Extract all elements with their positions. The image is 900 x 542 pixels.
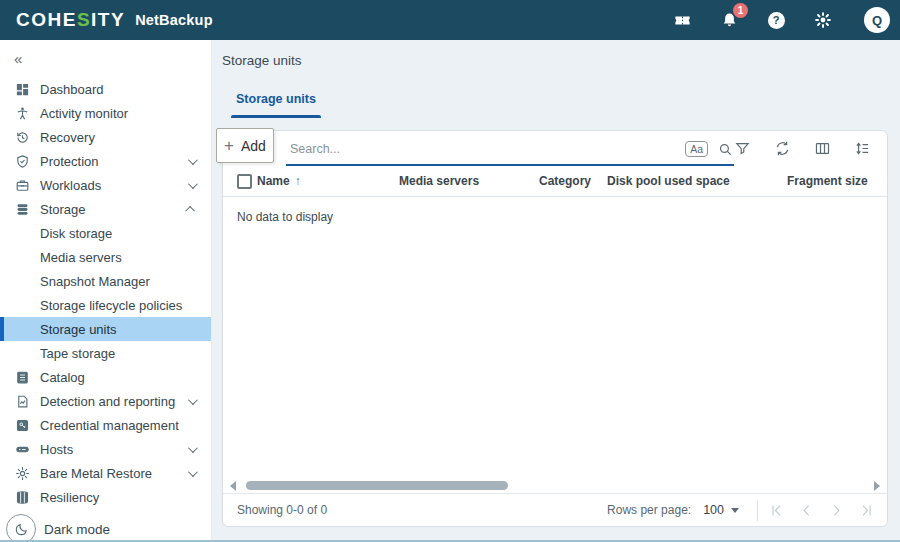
user-avatar[interactable]: Q <box>864 7 890 33</box>
empty-table-message: No data to display <box>223 197 887 224</box>
sidebar-item-snapshot-manager[interactable]: Snapshot Manager <box>0 269 211 293</box>
sidebar-item-activity-monitor[interactable]: Activity monitor <box>0 101 211 125</box>
sidebar-item-label: Protection <box>40 154 99 169</box>
columns-icon[interactable] <box>814 140 831 157</box>
last-page-button[interactable] <box>858 502 875 519</box>
sidebar-navigation: « Dashboard Activity monitor Recovery Pr… <box>0 40 212 540</box>
column-header-name[interactable]: Name ↑ <box>257 174 399 188</box>
chevron-up-icon <box>185 205 195 215</box>
sort-ascending-icon: ↑ <box>295 174 301 188</box>
column-label: Category <box>539 174 591 188</box>
row-density-icon[interactable] <box>854 140 871 157</box>
tab-label: Storage units <box>222 92 330 106</box>
notification-count-badge: 1 <box>733 3 748 18</box>
resiliency-icon <box>14 489 30 505</box>
brand-text: COHE <box>16 9 77 31</box>
product-name: NetBackup <box>135 12 213 28</box>
license-ticket-icon[interactable] <box>672 10 692 30</box>
sidebar-item-label: Catalog <box>40 370 85 385</box>
help-icon[interactable]: ? <box>766 10 786 30</box>
sidebar-item-resiliency[interactable]: Resiliency <box>0 485 211 509</box>
cohesity-logo: COHESITY <box>16 9 125 31</box>
search-input[interactable] <box>286 142 685 156</box>
next-page-button[interactable] <box>828 502 845 519</box>
tab-bar: Storage units <box>222 92 900 118</box>
add-button-label: Add <box>241 138 266 154</box>
sidebar-item-label: Recovery <box>40 130 95 145</box>
hosts-server-icon <box>14 441 30 457</box>
dark-mode-toggle[interactable]: Dark mode <box>0 509 211 542</box>
sidebar-item-recovery[interactable]: Recovery <box>0 125 211 149</box>
table-empty-area <box>223 224 887 478</box>
page-title: Storage units <box>222 53 900 68</box>
scrollbar-track[interactable] <box>241 481 869 490</box>
sidebar-item-dashboard[interactable]: Dashboard <box>0 77 211 101</box>
protection-shield-icon <box>14 153 30 169</box>
scroll-left-arrow-icon[interactable] <box>230 481 236 491</box>
sidebar-item-protection[interactable]: Protection <box>0 149 211 173</box>
sidebar-item-storage-lifecycle-policies[interactable]: Storage lifecycle policies <box>0 293 211 317</box>
sidebar-item-label: Storage <box>40 202 86 217</box>
chevron-down-icon <box>188 443 198 453</box>
column-header-category[interactable]: Category <box>539 174 607 188</box>
sidebar-item-disk-storage[interactable]: Disk storage <box>0 221 211 245</box>
select-all-checkbox[interactable] <box>237 174 252 189</box>
add-button[interactable]: + Add <box>216 128 274 163</box>
scroll-right-arrow-icon[interactable] <box>874 481 880 491</box>
sidebar-item-storage-units[interactable]: Storage units <box>0 317 211 341</box>
column-header-media-servers[interactable]: Media servers <box>399 174 539 188</box>
chevron-down-icon <box>188 467 198 477</box>
workloads-briefcase-icon <box>14 177 30 193</box>
sidebar-item-label: Media servers <box>40 250 122 265</box>
scrollbar-thumb[interactable] <box>246 481 508 490</box>
footer-divider <box>757 500 758 521</box>
showing-count-text: Showing 0-0 of 0 <box>237 503 327 517</box>
sidebar-item-hosts[interactable]: Hosts <box>0 437 211 461</box>
search-icon[interactable] <box>717 141 734 158</box>
column-label: Disk pool used space <box>607 174 730 188</box>
sidebar-item-label: Dashboard <box>40 82 104 97</box>
refresh-icon[interactable] <box>774 140 791 157</box>
sidebar-item-credential-management[interactable]: Credential management <box>0 413 211 437</box>
rows-per-page-group: Rows per page: 100 <box>607 500 877 521</box>
report-document-icon <box>14 393 30 409</box>
toolbar-icon-group <box>734 140 871 157</box>
filter-funnel-icon[interactable] <box>734 140 751 157</box>
settings-gear-icon[interactable] <box>813 10 833 30</box>
rows-per-page-value: 100 <box>703 503 724 517</box>
sidebar-item-workloads[interactable]: Workloads <box>0 173 211 197</box>
column-header-fragment-size[interactable]: Fragment size <box>787 174 887 188</box>
sidebar-item-bare-metal-restore[interactable]: Bare Metal Restore <box>0 461 211 485</box>
dashboard-icon <box>14 81 30 97</box>
chevron-down-icon <box>188 395 198 405</box>
notifications-bell-icon[interactable]: 1 <box>719 10 739 30</box>
brand-text-suffix: ITY <box>91 9 125 31</box>
storage-units-panel: + Add Aa <box>222 130 888 527</box>
chevron-down-icon <box>188 179 198 189</box>
sidebar-item-catalog[interactable]: Catalog <box>0 365 211 389</box>
table-header-row: Name ↑ Media servers Category Disk pool … <box>223 166 887 197</box>
dark-mode-label: Dark mode <box>44 522 110 537</box>
tab-storage-units[interactable]: Storage units <box>222 92 330 118</box>
previous-page-button[interactable] <box>798 502 815 519</box>
pagination-controls <box>768 502 877 519</box>
topbar-icon-group: 1 ? Q <box>672 7 890 33</box>
brand-green-letter: S <box>77 9 91 31</box>
catalog-book-icon <box>14 369 30 385</box>
table-toolbar: Aa <box>223 131 887 166</box>
select-all-cell <box>223 174 257 189</box>
rows-per-page-select[interactable]: 100 <box>691 503 739 517</box>
column-label: Fragment size <box>787 174 868 188</box>
sidebar-item-storage[interactable]: Storage <box>0 197 211 221</box>
sidebar-item-tape-storage[interactable]: Tape storage <box>0 341 211 365</box>
column-header-disk-pool-used-space[interactable]: Disk pool used space <box>607 174 787 188</box>
sidebar-collapse-button[interactable]: « <box>0 48 34 69</box>
caret-down-icon <box>731 508 739 513</box>
match-case-toggle[interactable]: Aa <box>685 141 708 157</box>
sidebar-item-detection-and-reporting[interactable]: Detection and reporting <box>0 389 211 413</box>
sidebar-item-label: Storage lifecycle policies <box>40 298 182 313</box>
chevron-down-icon <box>188 155 198 165</box>
sidebar-item-media-servers[interactable]: Media servers <box>0 245 211 269</box>
top-navigation-bar: COHESITY NetBackup 1 ? Q <box>0 0 900 40</box>
first-page-button[interactable] <box>768 502 785 519</box>
